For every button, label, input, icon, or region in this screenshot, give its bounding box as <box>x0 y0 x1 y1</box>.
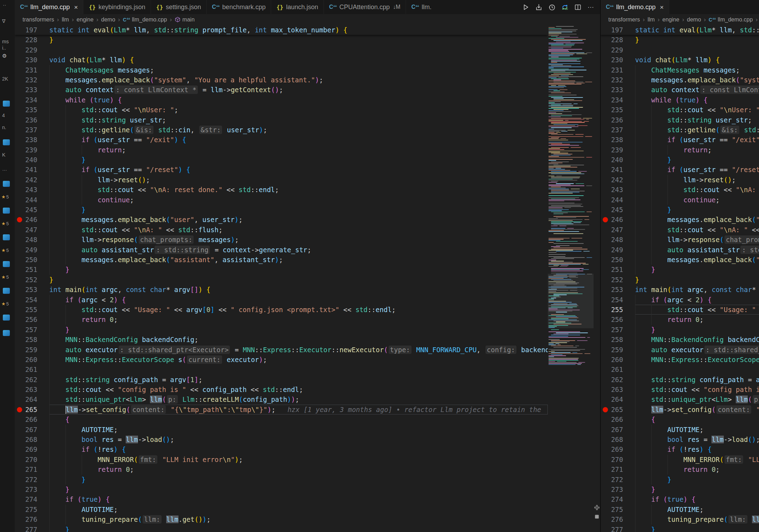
breakpoint-gutter[interactable] <box>15 484 23 494</box>
line-content[interactable]: llm->set_config(content: "{\"tmp_path\":… <box>49 405 548 414</box>
breakpoint-gutter[interactable] <box>15 345 23 355</box>
code-line[interactable]: 248 llm->response(chat_prompts: messages… <box>15 235 548 245</box>
code-line[interactable]: 241 if (user_str == "/reset") { <box>15 165 548 175</box>
code-line[interactable]: 230void chat(Llm* llm) { <box>601 55 759 65</box>
breakpoint-gutter[interactable] <box>601 345 608 355</box>
extension-icon[interactable] <box>3 181 10 187</box>
run-icon[interactable] <box>522 3 529 11</box>
breakpoint-gutter[interactable] <box>601 95 608 105</box>
tab-keybindings-json[interactable]: {}keybindings.json <box>83 0 151 14</box>
strip-text[interactable]: n. <box>2 125 6 130</box>
line-content[interactable]: if (argc < 2) { <box>49 295 548 305</box>
line-content[interactable]: std::cout << "\nA: reset done." << std::… <box>49 185 548 195</box>
breakpoint-gutter[interactable] <box>601 255 608 265</box>
code-line[interactable]: 254 if (argc < 2) { <box>15 295 548 305</box>
code-line[interactable]: 272 } <box>601 475 759 484</box>
breakpoint-gutter[interactable] <box>601 105 608 115</box>
line-content[interactable]: ChatMessages messages; <box>635 65 759 75</box>
breakpoint-gutter[interactable] <box>15 365 23 374</box>
line-content[interactable]: std::cout << "\nA: reset done." << std::… <box>635 185 759 195</box>
breakpoint-gutter[interactable] <box>601 285 608 294</box>
sidebar-strip[interactable]: ··∇msi..⚙2K4n.K…★5★5★5★5★5 <box>0 0 15 532</box>
code-line[interactable]: 276 tuning_prepare(llm: llm.get()); <box>601 514 759 524</box>
breakpoint-gutter[interactable] <box>601 295 608 305</box>
breakpoint-gutter[interactable] <box>601 444 608 454</box>
extension-rating[interactable]: ★5 <box>1 194 9 200</box>
breakpoint-gutter[interactable] <box>15 265 23 274</box>
tab-llm_demo-cpp[interactable]: C++llm_demo.cpp× <box>601 0 669 14</box>
code-line[interactable]: 275 AUTOTIME; <box>601 505 759 514</box>
breadcrumb-file[interactable]: llm_demo.cpp <box>132 17 167 23</box>
code-line[interactable]: 229 <box>601 45 759 55</box>
code-line[interactable]: 241 if (user_str == "/reset") { <box>601 165 759 175</box>
split-icon[interactable] <box>574 4 582 11</box>
breadcrumb-folder[interactable]: transformers <box>608 17 640 23</box>
breakpoint-gutter[interactable] <box>15 115 23 125</box>
breakpoint-gutter[interactable] <box>15 95 23 105</box>
line-content[interactable]: } <box>49 275 548 285</box>
code-line[interactable]: 261 <box>15 365 548 374</box>
diff-icon[interactable]: diff <box>561 4 569 11</box>
line-content[interactable]: messages.emplace_back("assistant", assis… <box>49 255 548 265</box>
tab-cpuattention-cpp[interactable]: C++CPUAttention.cpp↓M <box>324 0 406 14</box>
breakpoint-gutter[interactable] <box>601 475 608 484</box>
breakpoint-gutter[interactable] <box>15 105 23 115</box>
breakpoint-gutter[interactable] <box>15 65 23 75</box>
code-area-2[interactable]: 197static int eval(Llm* llm, std::string… <box>601 25 759 532</box>
line-content[interactable]: return; <box>635 145 759 155</box>
code-line[interactable]: 238 if (user_str == "/exit") { <box>15 135 548 145</box>
line-content[interactable]: std::unique_ptr<Llm> llm(p: Llm::createL… <box>49 394 548 404</box>
breakpoint-gutter[interactable] <box>601 185 608 195</box>
tab-launch-json[interactable]: {}launch.json <box>271 0 324 14</box>
code-line[interactable]: 229 <box>15 45 548 55</box>
scrollbar[interactable] <box>594 25 600 532</box>
code-line[interactable]: 259 auto executor: std::shared_ptr<Execu… <box>15 345 548 355</box>
line-content[interactable]: bool res = llm->load(); <box>49 435 548 444</box>
breakpoint-gutter[interactable] <box>15 335 23 344</box>
line-content[interactable]: int main(int argc, const char* argv[]) { <box>49 285 548 294</box>
line-content[interactable] <box>635 45 759 55</box>
code-line[interactable]: 228} <box>601 35 759 45</box>
code-line[interactable]: 268 bool res = llm->load(); <box>601 435 759 444</box>
code-line[interactable]: 276 tuning_prepare(llm: llm.get()); <box>15 514 548 524</box>
line-content[interactable]: llm->response(chat_prompts: messages); <box>49 235 548 245</box>
line-content[interactable]: ChatMessages messages; <box>49 65 548 75</box>
code-line[interactable]: 259 auto executor: std::shared_ptr<Execu… <box>601 345 759 355</box>
breakpoint-gutter[interactable] <box>15 405 23 414</box>
breakpoint-gutter[interactable] <box>15 435 23 444</box>
breakpoint-gutter[interactable] <box>601 325 608 335</box>
strip-text[interactable]: ∇ <box>2 18 5 24</box>
strip-text[interactable]: K <box>2 152 5 158</box>
breakpoint-gutter[interactable] <box>601 205 608 215</box>
breakpoint-gutter[interactable] <box>15 215 23 224</box>
tab-settings-json[interactable]: {}settings.json <box>151 0 207 14</box>
code-line[interactable]: 273 } <box>15 484 548 494</box>
line-content[interactable]: std::cout << "config path is " << config… <box>635 385 759 394</box>
code-line[interactable]: 257 } <box>15 325 548 335</box>
code-line[interactable]: 253int main(int argc, const char* argv[]… <box>15 285 548 294</box>
line-content[interactable]: } <box>635 205 759 215</box>
breakpoint-gutter[interactable] <box>15 205 23 215</box>
download-icon[interactable] <box>535 4 542 11</box>
line-content[interactable]: { <box>49 414 548 424</box>
tab-llm_demo-cpp[interactable]: C++llm_demo.cpp× <box>15 0 83 14</box>
code-line[interactable]: 271 return 0; <box>601 464 759 474</box>
line-content[interactable]: static int eval(Llm* llm, std::string pr… <box>635 25 759 35</box>
line-content[interactable]: AUTOTIME; <box>635 425 759 435</box>
line-content[interactable]: std::getline(&is: std::cin, &str: user_s… <box>635 125 759 135</box>
code-line[interactable]: 270 MNN_ERROR(fmt: "LLM init error\n"); <box>15 455 548 464</box>
breakpoint-gutter[interactable] <box>601 335 608 344</box>
breakpoint-gutter[interactable] <box>15 394 23 404</box>
code-line[interactable]: 239 return; <box>15 145 548 155</box>
code-line[interactable]: 272 } <box>15 475 548 484</box>
line-content[interactable]: messages.emplace_back("user", user_str); <box>49 215 548 224</box>
line-content[interactable]: messages.emplace_back("user", user_str); <box>635 215 759 224</box>
code-line[interactable]: 247 std::cout << "\nA: " << std::flush; <box>15 225 548 235</box>
breadcrumb-folder[interactable]: engine <box>663 17 679 23</box>
code-line[interactable]: 254 if (argc < 2) { <box>601 295 759 305</box>
line-content[interactable]: continue; <box>49 195 548 205</box>
code-line[interactable]: 262 std::string config_path = argv[1]; <box>15 375 548 385</box>
code-line[interactable]: 252} <box>15 275 548 285</box>
code-line[interactable]: 232 messages.emplace_back("system", "You… <box>15 75 548 85</box>
breakpoint-gutter[interactable] <box>601 315 608 324</box>
